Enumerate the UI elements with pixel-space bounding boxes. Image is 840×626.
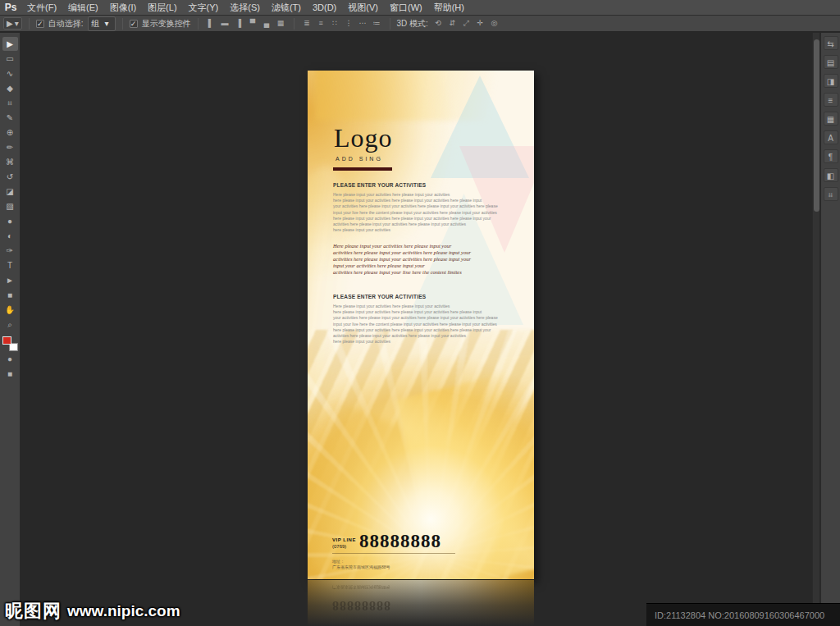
3d-drag-icon[interactable]: ⤢ <box>460 17 472 30</box>
auto-select-dropdown[interactable]: 组 ▾ <box>88 16 116 31</box>
poster-phone-block: VIP LINE (0769) 88888888 <box>332 533 441 550</box>
foreground-color-swatch[interactable] <box>2 336 11 345</box>
watermark-site-name: 昵图网 <box>5 599 62 624</box>
poster-address: 地址： 广东省东莞市南城区鸿福路88号 <box>332 559 390 570</box>
3d-scale-icon[interactable]: ◎ <box>488 17 500 30</box>
body-line: here please input your activities here p… <box>333 216 510 222</box>
auto-select-value: 组 <box>92 18 100 30</box>
body-line: here please input your activities <box>333 227 510 233</box>
distribute-left-icon[interactable]: ⋮ <box>343 17 355 30</box>
poster-section1-body: Here please input your activities here p… <box>333 192 510 233</box>
distribute-top-icon[interactable]: ≣ <box>301 17 313 30</box>
menu-3d[interactable]: 3D(D) <box>307 0 342 16</box>
3d-roll-icon[interactable]: ⇵ <box>446 17 459 30</box>
swatches-panel-icon[interactable]: ◨ <box>824 74 838 88</box>
shape-tool-icon[interactable]: ■ <box>2 288 18 302</box>
align-top-icon[interactable]: ▀ <box>247 17 259 30</box>
collapse-panels-icon[interactable]: ⇆ <box>824 36 838 50</box>
vertical-scrollbar[interactable] <box>812 33 819 603</box>
healing-brush-tool-icon[interactable]: ⊕ <box>2 126 18 139</box>
channels-panel-icon[interactable]: ⌗ <box>824 187 838 201</box>
menu-filter[interactable]: 滤镜(T) <box>266 0 307 16</box>
dodge-tool-icon[interactable]: ◐ <box>2 229 18 243</box>
brush-tool-icon[interactable]: ✏ <box>2 140 18 154</box>
quick-mask-icon[interactable]: ● <box>2 352 18 366</box>
eraser-tool-icon[interactable]: ◪ <box>2 185 18 199</box>
gradient-tool-icon[interactable]: ▨ <box>2 199 18 213</box>
status-bar: ID:21132804 NO:20160809160306467000 <box>646 603 840 626</box>
type-tool-icon[interactable]: T <box>2 258 18 272</box>
menu-window[interactable]: 窗口(W) <box>384 0 428 16</box>
distribute-center-v-icon[interactable]: ≡ <box>315 17 327 30</box>
menu-help[interactable]: 帮助(H) <box>428 0 470 16</box>
quick-selection-tool-icon[interactable]: ◆ <box>2 81 18 95</box>
clone-stamp-tool-icon[interactable]: ⌘ <box>2 155 18 169</box>
blur-tool-icon[interactable]: ● <box>2 214 18 228</box>
eyedropper-tool-icon[interactable]: ✎ <box>2 111 18 125</box>
marquee-tool-icon[interactable]: ▭ <box>2 52 18 66</box>
menu-select[interactable]: 选择(S) <box>224 0 266 16</box>
crop-tool-icon[interactable]: ⌗ <box>2 96 18 110</box>
separator <box>294 18 294 30</box>
reflection-fade <box>308 580 534 626</box>
menu-type[interactable]: 文字(Y) <box>183 0 225 16</box>
show-transform-label: 显示变换控件 <box>142 18 191 30</box>
align-center-h-icon[interactable]: ▬ <box>219 17 231 30</box>
menu-view[interactable]: 视图(V) <box>342 0 384 16</box>
site-watermark: 昵图网 www.nipic.com <box>5 599 180 624</box>
tools-panel: ▶ ▭ ∿ ◆ ⌗ ✎ ⊕ ✏ ⌘ ↺ ◪ ▨ ● ◐ ✑ T ► ■ ✋ ⌕ … <box>0 33 21 626</box>
character-panel-icon[interactable]: A <box>824 130 838 144</box>
lasso-tool-icon[interactable]: ∿ <box>2 66 18 80</box>
align-left-icon[interactable]: ▌ <box>205 17 217 30</box>
script-line: input your activities here please input … <box>333 263 510 269</box>
poster-section2-title: PLEASE ENTER YOUR ACTIVITIES <box>333 294 426 299</box>
document-canvas[interactable]: Logo ADD SING PLEASE ENTER YOUR ACTIVITI… <box>308 71 534 579</box>
image-id-text: ID:21132804 NO:20160809160306467000 <box>655 610 824 620</box>
vip-labels: VIP LINE (0769) <box>332 537 356 550</box>
distribute-bottom-icon[interactable]: ∷ <box>329 17 341 30</box>
history-brush-tool-icon[interactable]: ↺ <box>2 170 18 184</box>
menu-image[interactable]: 图像(I) <box>104 0 142 16</box>
3d-slide-icon[interactable]: ✛ <box>474 17 486 30</box>
address-text: 广东省东莞市南城区鸿福路88号 <box>332 564 390 570</box>
adjustments-panel-icon[interactable]: ≡ <box>824 93 838 107</box>
hand-tool-icon[interactable]: ✋ <box>2 303 18 317</box>
paragraph-panel-icon[interactable]: ¶ <box>824 149 838 163</box>
color-panel-icon[interactable]: ▤ <box>824 55 838 69</box>
color-swatches <box>2 336 18 351</box>
poster-accent-bar <box>333 167 392 171</box>
caret-down-icon: ▾ <box>15 19 19 28</box>
script-line: Here please input your activities here p… <box>333 243 510 249</box>
distribute-icon-group: ≣ ≡ ∷ ⋮ ⋯ ≔ <box>301 17 383 30</box>
align-bottom-icon[interactable]: ▄ <box>261 17 273 30</box>
tool-preset-dropdown[interactable]: ▶ ▾ <box>3 17 22 30</box>
canvas-area[interactable]: Logo ADD SING PLEASE ENTER YOUR ACTIVITI… <box>21 33 812 626</box>
menu-edit[interactable]: 编辑(E) <box>62 0 104 16</box>
menu-layer[interactable]: 图层(L) <box>142 0 182 16</box>
move-tool-icon[interactable]: ▶ <box>2 37 18 51</box>
path-selection-tool-icon[interactable]: ► <box>2 273 18 287</box>
body-line: Here please input your activities here p… <box>333 192 510 198</box>
align-center-v-icon[interactable]: ▦ <box>275 17 287 30</box>
3d-rotate-icon[interactable]: ⟲ <box>432 17 445 30</box>
phone-number: 88888888 <box>359 533 441 550</box>
distribute-right-icon[interactable]: ≔ <box>371 17 383 30</box>
body-line: here please input your activities here p… <box>333 309 510 315</box>
poster-script-block: Here please input your activities here p… <box>333 243 510 276</box>
layers-panel-icon[interactable]: ◧ <box>824 168 838 182</box>
body-line: here please input your activities <box>333 339 510 345</box>
zoom-tool-icon[interactable]: ⌕ <box>2 318 18 331</box>
align-right-icon[interactable]: ▐ <box>233 17 245 30</box>
auto-select-checkbox[interactable]: ✓ <box>36 20 44 28</box>
show-transform-checkbox[interactable]: ✓ <box>130 20 138 28</box>
address-label: 地址： <box>332 559 390 564</box>
body-line: activities here please input your activi… <box>333 333 510 339</box>
body-line: here please input your activities here p… <box>333 198 510 203</box>
screen-mode-icon[interactable]: ■ <box>2 367 18 381</box>
menu-file[interactable]: 文件(F) <box>21 0 62 16</box>
separator <box>29 18 30 30</box>
distribute-center-h-icon[interactable]: ⋯ <box>357 17 369 30</box>
pen-tool-icon[interactable]: ✑ <box>2 244 18 258</box>
vertical-scrollbar-thumb[interactable] <box>814 39 819 212</box>
styles-panel-icon[interactable]: ▦ <box>824 112 838 126</box>
